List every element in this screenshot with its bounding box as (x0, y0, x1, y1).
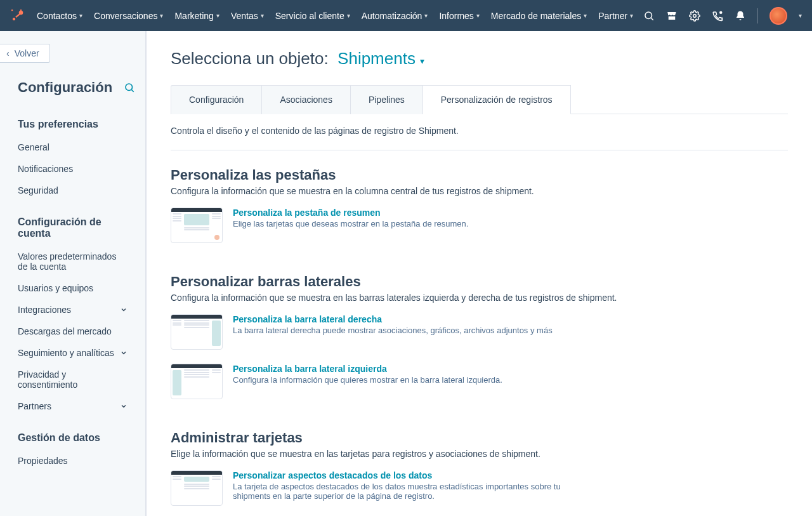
tab[interactable]: Personalización de registros (423, 85, 571, 114)
svg-rect-3 (20, 10, 22, 12)
chevron-down-icon: ▾ (584, 12, 587, 19)
bell-icon[interactable] (735, 10, 746, 22)
action-link[interactable]: Personaliza la pestaña de resumen (233, 208, 381, 218)
top-navbar: Contactos▾Conversaciones▾Marketing▾Venta… (0, 0, 812, 31)
nav-item[interactable]: Partner▾ (598, 11, 633, 21)
section-sub: Configura la información que se muestra … (171, 186, 788, 196)
hubspot-logo-icon[interactable] (10, 8, 25, 23)
chevron-down-icon: ▾ (424, 12, 428, 19)
section-heading: Personaliza las pestañas (171, 167, 788, 183)
gear-icon[interactable] (689, 10, 700, 22)
preview-thumbnail (171, 364, 223, 399)
sidebar-section-title: Tus preferencias (0, 103, 145, 136)
svg-line-6 (651, 18, 653, 20)
chevron-down-icon: ▾ (160, 12, 163, 19)
sidebar-item[interactable]: Notificaciones (0, 158, 145, 180)
chevron-down-icon: ▾ (261, 12, 264, 19)
nav-item[interactable]: Mercado de materiales▾ (491, 11, 587, 21)
svg-rect-2 (15, 13, 20, 18)
tab[interactable]: Pipelines (351, 85, 423, 114)
chevron-down-icon: ▾ (347, 12, 350, 19)
phone-icon[interactable] (712, 10, 723, 22)
sidebar-item[interactable]: Partners (0, 395, 145, 417)
nav-item[interactable]: Automatización▾ (362, 11, 428, 21)
chevron-down-icon: ▾ (630, 12, 633, 19)
action-desc: La tarjeta de aspectos destacados de los… (233, 482, 563, 501)
chevron-down-icon: ▾ (79, 12, 82, 19)
intro-text: Controla el diseño y el contenido de las… (171, 114, 788, 150)
tab[interactable]: Asociaciones (262, 85, 351, 114)
svg-point-0 (13, 17, 15, 20)
sidebar-item[interactable]: Propiedades (0, 450, 145, 472)
svg-line-11 (131, 89, 133, 91)
nav-item[interactable]: Ventas▾ (231, 11, 264, 21)
svg-point-8 (693, 14, 697, 17)
nav-item[interactable]: Informes▾ (439, 11, 479, 21)
chevron-down-icon (120, 306, 128, 314)
sidebar-item[interactable]: Descargas del mercado (0, 321, 145, 342)
main-content: Selecciona un objeto: Shipments ▾ Config… (146, 31, 812, 516)
chevron-down-icon (120, 349, 128, 357)
action-desc: Configura la información que quieres mos… (233, 375, 502, 385)
action-desc: La barra lateral derecha puede mostrar a… (233, 326, 553, 335)
action-link[interactable]: Personaliza la barra lateral derecha (233, 314, 382, 324)
search-icon[interactable] (124, 82, 135, 93)
settings-sidebar: ‹ Volver Configuración Tus preferenciasG… (0, 31, 146, 516)
section-heading: Administrar tarjetas (171, 430, 788, 446)
tab[interactable]: Configuración (171, 85, 262, 114)
sidebar-item[interactable]: Seguridad (0, 180, 145, 201)
nav-item[interactable]: Conversaciones▾ (94, 11, 163, 21)
chevron-down-icon[interactable]: ▾ (799, 12, 802, 19)
content-section: Personalizar barras lateralesConfigura l… (171, 257, 788, 399)
nav-item[interactable]: Servicio al cliente▾ (275, 11, 350, 21)
svg-point-10 (126, 84, 133, 91)
preview-thumbnail (171, 314, 223, 350)
object-selector[interactable]: Selecciona un objeto: Shipments ▾ (171, 49, 788, 69)
sidebar-item[interactable]: General (0, 136, 145, 158)
sidebar-item[interactable]: Usuarios y equipos (0, 277, 145, 299)
section-sub: Configura la información que se muestra … (171, 293, 788, 303)
sidebar-item[interactable]: Valores predeterminados de la cuenta (0, 246, 145, 277)
chevron-left-icon: ‹ (6, 48, 10, 58)
content-section: Administrar tarjetasElige la información… (171, 413, 788, 516)
svg-point-9 (719, 11, 723, 14)
marketplace-icon[interactable] (666, 10, 678, 22)
search-icon[interactable] (643, 10, 655, 22)
content-section: Personaliza las pestañasConfigura la inf… (171, 150, 788, 243)
section-heading: Personalizar barras laterales (171, 274, 788, 290)
svg-point-5 (645, 12, 652, 19)
preview-thumbnail (171, 208, 223, 243)
chevron-down-icon: ▾ (216, 12, 219, 19)
svg-rect-4 (11, 10, 13, 11)
sidebar-item[interactable]: Integraciones (0, 299, 145, 321)
preview-thumbnail (171, 470, 223, 506)
chevron-down-icon: ▾ (476, 12, 480, 19)
back-button[interactable]: ‹ Volver (0, 44, 50, 63)
action-link[interactable]: Personaliza la barra lateral izquierda (233, 364, 387, 374)
svg-rect-7 (669, 16, 676, 19)
nav-item[interactable]: Marketing▾ (174, 11, 219, 21)
action-card: Personalizar aspectos destacados de los … (171, 470, 788, 506)
sidebar-section-title: Configuración de cuenta (0, 201, 145, 246)
action-card: Personaliza la barra lateral derechaLa b… (171, 314, 788, 350)
action-link[interactable]: Personalizar aspectos destacados de los … (233, 470, 432, 480)
chevron-down-icon (120, 402, 128, 410)
sidebar-item[interactable]: Seguimiento y analíticas (0, 342, 145, 364)
tab-bar: ConfiguraciónAsociacionesPipelinesPerson… (171, 85, 788, 114)
sidebar-title: Configuración (0, 63, 145, 103)
sidebar-item[interactable]: Privacidad y consentimiento (0, 364, 145, 395)
action-card: Personaliza la barra lateral izquierdaCo… (171, 364, 788, 399)
user-avatar[interactable] (769, 7, 787, 25)
nav-item[interactable]: Contactos▾ (37, 11, 82, 21)
back-label: Volver (15, 48, 39, 58)
action-desc: Elige las tarjetas que deseas mostrar en… (233, 219, 468, 228)
chevron-down-icon: ▾ (420, 56, 424, 66)
action-card: Personaliza la pestaña de resumenElige l… (171, 208, 788, 243)
sidebar-section-title: Gestión de datos (0, 417, 145, 450)
section-sub: Elige la información que se muestra en l… (171, 449, 788, 459)
